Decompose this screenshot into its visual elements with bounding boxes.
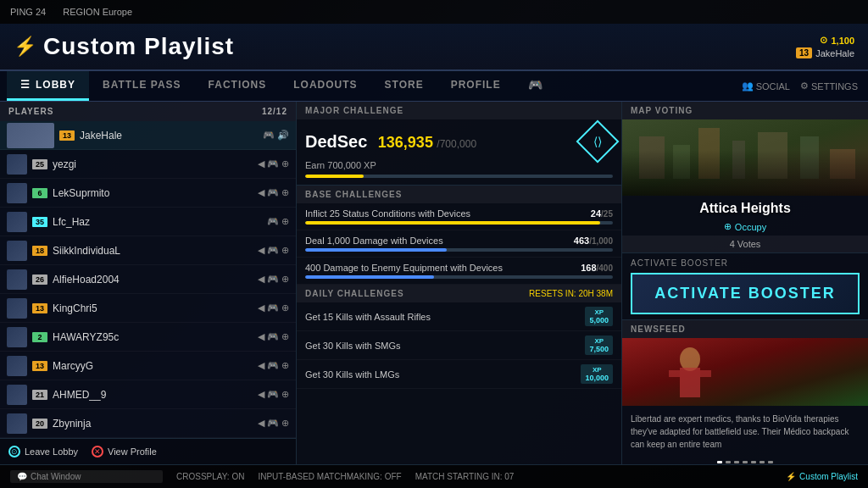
player-level: 35 [32,217,47,227]
map-section: Attica Heights ⊕ Occupy 4 Votes [622,119,868,253]
social-icon: 👥 [742,80,754,92]
emblem-icon: ⟨⟩ [593,135,602,148]
players-panel: PLAYERS 12/12 13 JakeHale 🎮 🔊 25 yezgi ◀ [0,102,297,464]
player-name-self: JakeHale [80,130,258,141]
player-item-hawaryz: 2 HAWARYZ95c ◀ 🎮 ⊕ [0,323,296,352]
player-item-self: 13 JakeHale 🎮 🔊 [0,121,296,150]
daily-item-ar: Get 15 Kills with Assault Rifles XP 5,00… [297,302,621,331]
player-item-kingchri5: 13 KingChri5 ◀ 🎮 ⊕ [0,294,296,323]
map-name: Attica Heights [622,196,868,221]
svg-rect-12 [700,370,711,377]
player-avatar [7,183,27,203]
player-avatar [7,154,27,175]
challenge-faction-wrap: DedSec 136,935 /700,000 [305,132,476,152]
nav-item-loadouts[interactable]: LOADOUTS [280,71,370,101]
player-avatar [7,298,27,319]
xp-badge: XP 5,000 [585,307,613,326]
chat-label: Chat Window [31,472,81,481]
controller-icon: 🎮 [267,158,279,169]
player-item-siikk: 18 SiikkIndividuaL ◀ 🎮 ⊕ [0,236,296,265]
players-count: 12/12 [262,107,287,116]
challenge-bar-wrap [305,275,613,279]
player-item-marcyyg: 13 MarcyyG ◀ 🎮 ⊕ [0,352,296,380]
challenge-count: 463/1,000 [574,236,613,246]
panel-actions: ⊙ Leave Lobby ✕ View Profile [0,438,296,464]
nav-right: 👥 SOCIAL ⚙ SETTINGS [742,71,868,101]
map-voting-header: MAP VOTING [622,102,868,119]
challenge-row: 400 Damage to Enemy Equipment with Devic… [305,263,613,273]
nav-item-extra-icon[interactable]: 🎮 [515,71,557,101]
news-dot [768,461,773,463]
lobby-nav-icon: ☰ [20,79,31,91]
settings-nav[interactable]: ⚙ SETTINGS [800,80,858,92]
player-name-yezgi: yezgi [53,158,253,170]
player-icons: ◀ 🎮 ⊕ [258,302,289,313]
nav-item-battlepass[interactable]: BATTLE PASS [89,71,195,101]
nav-item-store[interactable]: STORE [371,71,437,101]
player-icons-self: 🎮 🔊 [263,130,289,141]
player-name: Lfc_Haz [53,216,262,228]
player-item-lfchaz: 35 Lfc_Haz 🎮 ⊕ [0,208,296,236]
logo-icon: ⚡ [14,36,36,58]
daily-name: Get 30 Kills with LMGs [305,369,399,380]
major-challenge-header: MAJOR CHALLENGE [297,102,621,119]
player-item-ahmed: 21 AHMED__9 ◀ 🎮 ⊕ [0,380,296,409]
player-avatar [7,241,27,261]
chat-icon: 💬 [17,472,27,481]
map-mode: ⊕ Occupy [622,221,868,236]
major-challenge-content: DedSec 136,935 /700,000 ⟨⟩ Earn 700,000 … [297,119,621,186]
player-avatar [7,212,27,232]
daily-name: Get 15 Kills with Assault Rifles [305,312,431,322]
daily-item-smg: Get 30 Kills with SMGs XP 7,500 [297,331,621,360]
nav-item-lobby[interactable]: ☰ LOBBY [7,71,89,101]
chat-window[interactable]: 💬 Chat Window [10,470,163,483]
svg-point-9 [680,347,700,371]
challenge-name: Inflict 25 Status Conditions with Device… [305,208,591,219]
player-level: 13 [32,303,47,313]
player-name: LekSuprmito [53,187,253,199]
currency-amount: 1,100 [831,36,854,46]
player-level-self: 13 [59,130,75,141]
daily-label: DAILY CHALLENGES [305,289,404,298]
challenge-row: Inflict 25 Status Conditions with Device… [305,208,613,219]
challenge-row: Deal 1,000 Damage with Devices 463/1,000 [305,236,613,246]
player-item-yezgi: 25 yezgi ◀ 🎮 ⊕ [0,150,296,179]
profile-icon: ✕ [92,446,103,458]
matchmaking-status: INPUT-BASED MATCHMAKING: OFF [258,472,401,481]
view-profile-button[interactable]: ✕ View Profile [92,446,157,458]
map-image [622,119,868,196]
activate-booster-button[interactable]: ACTIVATE BOOSTER [631,273,860,314]
player-item-alfiehoad: 26 AlfieHoad2004 ◀ 🎮 ⊕ [0,265,296,294]
nav-item-factions[interactable]: FACTIONS [195,71,281,101]
player-icons: ◀ 🎮 ⊕ [258,187,289,198]
daily-item-lmg: Get 30 Kills with LMGs XP 10,000 [297,360,621,389]
player-level: 13 [32,361,47,371]
player-icons: ◀ 🎮 ⊕ [258,158,289,169]
nav-item-profile[interactable]: PROFILE [437,71,515,101]
challenge-count: 24/25 [591,208,613,219]
challenge-progress-bg [305,221,613,225]
header: ⚡ Custom Playlist ⊙ 1,100 13 JakeHale [0,24,868,71]
player-icons: ◀ 🎮 ⊕ [258,389,289,400]
player-name: Zbyninja [53,418,253,430]
news-dot [751,461,756,463]
challenge-count: 168/400 [581,263,613,273]
player-info: 13 JakeHale [796,47,854,58]
major-progress-fill [305,175,364,178]
leave-lobby-button[interactable]: ⊙ Leave Lobby [8,446,78,458]
daily-row: Get 30 Kills with SMGs XP 7,500 [305,336,613,355]
header-right: ⊙ 1,100 13 JakeHale [796,35,854,58]
player-level: 21 [32,390,47,400]
player-name: SiikkIndividuaL [53,245,253,257]
challenge-bar-wrap [305,221,613,225]
player-level: 2 [32,332,47,342]
challenge-name: Deal 1,000 Damage with Devices [305,236,574,246]
challenge-progress-bg [305,275,613,279]
daily-name: Get 30 Kills with SMGs [305,341,400,351]
social-nav[interactable]: 👥 SOCIAL [742,80,790,92]
player-item-zbyninja: 20 Zbyninja ◀ 🎮 ⊕ [0,409,296,438]
challenge-progress-fill [305,275,434,279]
player-avatar-self [7,123,54,148]
player-list: 13 JakeHale 🎮 🔊 25 yezgi ◀ 🎮 ⊕ [0,121,296,438]
booster-label: ACTIVATE BOOSTER [631,258,860,268]
